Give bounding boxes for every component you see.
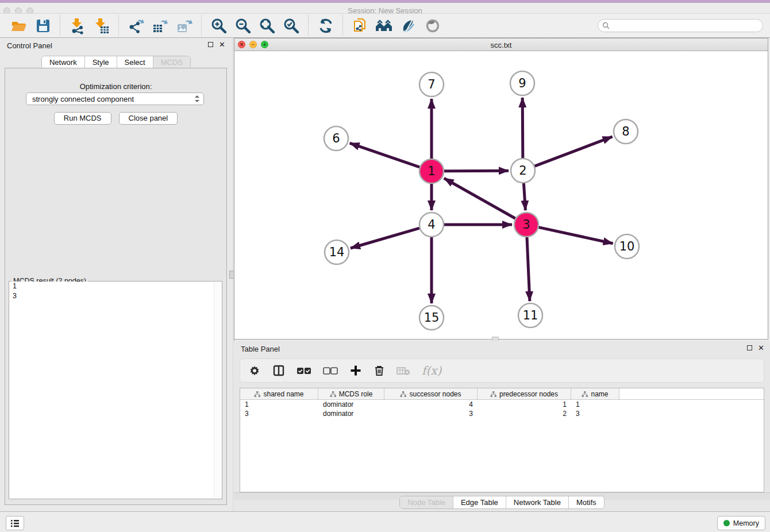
edge-3-1[interactable] bbox=[444, 178, 515, 218]
column-header-shared-name[interactable]: shared name bbox=[240, 388, 318, 399]
table-toolbar: f(x) bbox=[240, 358, 764, 383]
select-all-icon[interactable] bbox=[297, 365, 311, 376]
close-panel-icon[interactable]: ✕ bbox=[219, 42, 225, 47]
column-header-MCDS-role[interactable]: MCDS role bbox=[318, 388, 384, 399]
node-1[interactable]: 1 bbox=[419, 159, 444, 183]
memory-button[interactable]: Memory bbox=[717, 516, 765, 530]
run-mcds-button[interactable]: Run MCDS bbox=[54, 112, 111, 125]
task-history-button[interactable] bbox=[6, 516, 24, 530]
column-type-icon bbox=[582, 391, 588, 397]
column-header-predecessor-nodes[interactable]: predecessor nodes bbox=[478, 388, 571, 399]
node-6[interactable]: 6 bbox=[324, 126, 348, 151]
titlebar: Session: New Session bbox=[0, 3, 770, 13]
node-4[interactable]: 4 bbox=[419, 213, 444, 237]
table-cell[interactable]: 4 bbox=[384, 400, 478, 409]
node-8[interactable]: 8 bbox=[614, 119, 638, 144]
table-cell[interactable]: 1 bbox=[478, 400, 571, 409]
zoom-in-icon[interactable] bbox=[209, 16, 229, 36]
open-session-icon[interactable] bbox=[9, 16, 29, 36]
result-scrollbar[interactable] bbox=[214, 283, 221, 498]
birdseye-view-icon[interactable] bbox=[423, 16, 442, 36]
column-header-successor-nodes[interactable]: successor nodes bbox=[384, 388, 478, 399]
node-14[interactable]: 14 bbox=[325, 240, 349, 264]
show-all-networks-icon[interactable] bbox=[375, 16, 394, 36]
svg-text:3: 3 bbox=[522, 218, 530, 232]
node-9[interactable]: 9 bbox=[510, 71, 534, 95]
svg-text:9: 9 bbox=[518, 76, 526, 90]
import-network-icon[interactable] bbox=[68, 16, 87, 36]
close-panel-button[interactable]: Close panel bbox=[119, 112, 178, 125]
save-session-icon[interactable] bbox=[33, 16, 53, 36]
edge-1-2[interactable] bbox=[444, 171, 509, 171]
edge-2-3[interactable] bbox=[523, 183, 525, 210]
tab-node-table[interactable]: Node Table bbox=[400, 496, 453, 508]
float-table-panel-icon[interactable] bbox=[747, 345, 752, 350]
edge-2-8[interactable] bbox=[535, 137, 613, 166]
mcds-result-list[interactable]: 13 bbox=[9, 282, 222, 499]
column-type-icon bbox=[254, 391, 260, 397]
edge-3-10[interactable] bbox=[538, 228, 613, 244]
memory-label: Memory bbox=[733, 519, 759, 527]
node-10[interactable]: 10 bbox=[615, 234, 639, 259]
export-table-icon[interactable] bbox=[151, 16, 170, 36]
table-cell[interactable]: 2 bbox=[478, 409, 571, 418]
tab-mcds[interactable]: MCDS bbox=[153, 56, 190, 68]
close-table-panel-icon[interactable]: ✕ bbox=[758, 345, 764, 350]
table-settings-icon[interactable] bbox=[248, 364, 261, 377]
tab-select[interactable]: Select bbox=[117, 56, 153, 68]
clone-network-icon[interactable] bbox=[351, 16, 370, 36]
style-visibility-icon[interactable] bbox=[399, 16, 418, 36]
zoom-out-icon[interactable] bbox=[233, 16, 253, 36]
edge-4-14[interactable] bbox=[351, 228, 419, 248]
deselect-all-icon[interactable] bbox=[323, 365, 338, 376]
network-canvas[interactable]: 7968124314101511 bbox=[234, 51, 768, 339]
table-cell[interactable]: dominator bbox=[318, 400, 384, 409]
network-title: scc.txt bbox=[234, 41, 768, 49]
column-type-icon bbox=[400, 391, 406, 397]
tab-network-table[interactable]: Network Table bbox=[506, 496, 569, 508]
table-row[interactable]: 3dominator323 bbox=[240, 409, 764, 418]
table-row[interactable]: 1dominator411 bbox=[240, 400, 764, 409]
table-cell[interactable]: 3 bbox=[571, 409, 619, 418]
import-table-icon[interactable] bbox=[92, 16, 111, 36]
node-3[interactable]: 3 bbox=[514, 213, 538, 237]
node-2[interactable]: 2 bbox=[511, 159, 535, 183]
network-window-titlebar[interactable]: × − + scc.txt bbox=[234, 38, 768, 51]
zoom-fit-icon[interactable] bbox=[257, 16, 277, 36]
float-panel-icon[interactable] bbox=[208, 42, 213, 47]
column-type-icon bbox=[490, 391, 496, 397]
mcds-tab-content: Optimization criterion: strongly connect… bbox=[5, 68, 227, 505]
edge-2-9[interactable] bbox=[522, 98, 523, 158]
apply-layout-icon[interactable] bbox=[316, 16, 336, 36]
edge-3-11[interactable] bbox=[527, 237, 530, 301]
tab-edge-table[interactable]: Edge Table bbox=[453, 496, 506, 508]
node-15[interactable]: 15 bbox=[419, 306, 444, 330]
tab-style[interactable]: Style bbox=[85, 56, 117, 68]
delete-column-icon[interactable] bbox=[374, 364, 385, 377]
table-cell[interactable]: 1 bbox=[571, 400, 619, 409]
tab-motifs[interactable]: Motifs bbox=[569, 496, 604, 508]
node-7[interactable]: 7 bbox=[419, 72, 444, 97]
table-cell[interactable]: 3 bbox=[240, 409, 318, 418]
export-network-icon[interactable] bbox=[126, 16, 146, 36]
table-cell[interactable]: 1 bbox=[240, 400, 318, 409]
list-icon bbox=[10, 519, 20, 527]
criterion-select[interactable]: strongly connected component bbox=[26, 92, 204, 105]
node-11[interactable]: 11 bbox=[518, 303, 542, 327]
toolbar-separator bbox=[118, 16, 120, 36]
table-cell[interactable]: 3 bbox=[384, 409, 478, 418]
svg-text:14: 14 bbox=[329, 245, 345, 259]
column-header-name[interactable]: name bbox=[571, 388, 619, 399]
edge-1-6[interactable] bbox=[350, 143, 420, 167]
search-icon bbox=[602, 22, 610, 29]
tab-network[interactable]: Network bbox=[42, 56, 85, 68]
status-bar: Memory bbox=[0, 511, 770, 532]
zoom-selected-icon[interactable] bbox=[282, 16, 301, 36]
optimization-criterion-label: Optimization criterion: bbox=[5, 82, 226, 91]
search-input[interactable] bbox=[612, 20, 763, 32]
network-view-window: × − + scc.txt 7968124314101511 bbox=[234, 38, 768, 340]
export-image-icon[interactable] bbox=[175, 16, 194, 36]
column-selector-icon[interactable] bbox=[272, 364, 285, 377]
table-cell[interactable]: dominator bbox=[318, 409, 384, 418]
add-column-icon[interactable] bbox=[349, 364, 362, 377]
